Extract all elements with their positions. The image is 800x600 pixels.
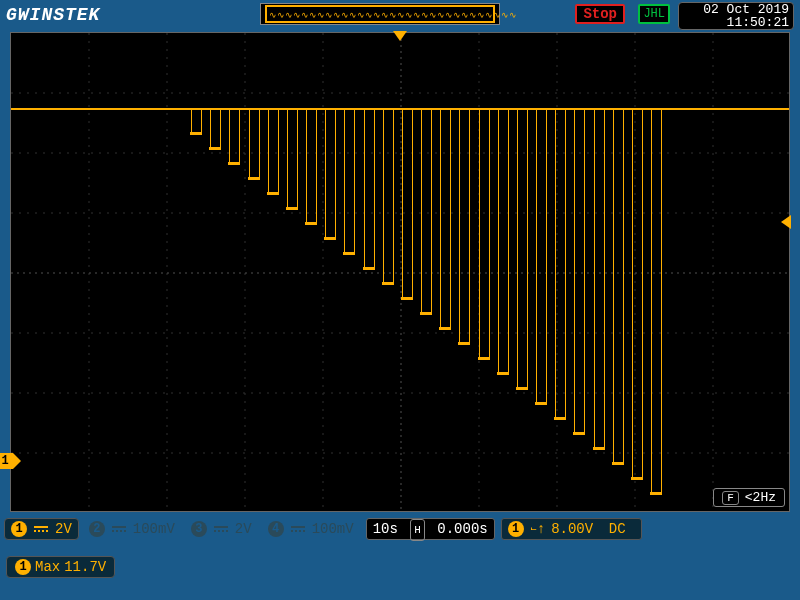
timebase-settings[interactable]: 10s H 0.000s [366,518,495,540]
trigger-level-marker[interactable] [781,215,791,229]
waveform-display[interactable]: 1 F<2Hz [10,32,790,512]
dc-coupling-icon [214,526,228,532]
ch1-settings[interactable]: 1 2V [4,518,79,540]
time-text: 11:50:21 [683,16,789,29]
ch1-ground-marker[interactable]: 1 [0,453,13,469]
datetime-display: 02 Oct 2019 11:50:21 [678,2,794,30]
mode-badge[interactable]: JHL [638,4,670,24]
dc-coupling-icon [112,526,126,532]
frequency-counter: F<2Hz [713,488,785,507]
ch1-trace-baseline [11,108,789,110]
measurement-bar: 1 Max 11.7V [6,550,794,590]
dc-coupling-icon [291,526,305,532]
trigger-settings[interactable]: 1 ⨽↑ 8.00V DC [501,518,642,540]
measurement-max[interactable]: 1 Max 11.7V [6,556,115,578]
brand-logo: GWINSTEK [6,5,100,25]
ch4-settings[interactable]: 4 100mV [262,518,360,540]
status-bar: 1 2V 2 100mV 3 2V 4 100mV 10s H 0.000s 1… [0,516,800,542]
ch2-settings[interactable]: 2 100mV [83,518,181,540]
trigger-position-marker[interactable] [393,31,407,41]
ch3-settings[interactable]: 3 2V [185,518,258,540]
dc-coupling-icon [34,526,48,532]
rising-edge-icon: ⨽↑ [530,519,545,539]
waveform-overview: ∿∿∿∿∿∿∿∿∿∿∿∿∿∿∿∿∿∿∿∿∿∿∿∿∿∿∿∿∿∿∿ [260,3,500,25]
run-stop-status[interactable]: Stop [575,4,625,24]
